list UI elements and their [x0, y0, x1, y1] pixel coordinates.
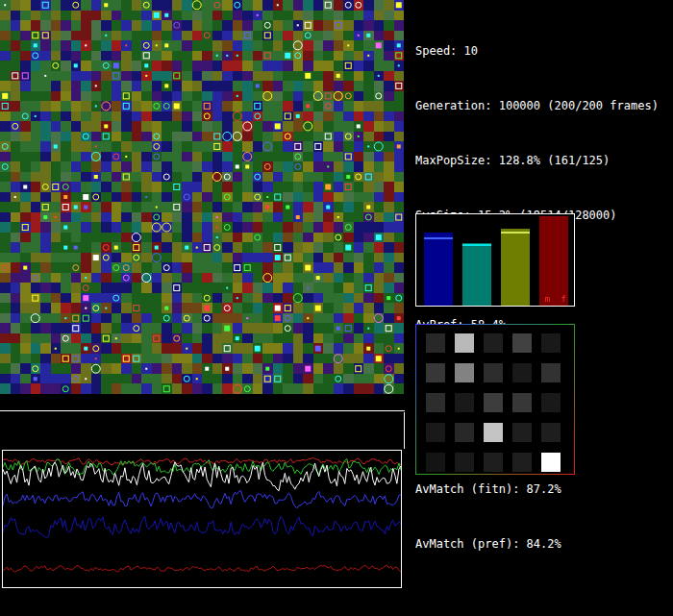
- stat-avmatch-pref: AvMatch (pref): 84.2%: [415, 535, 659, 554]
- simulation-app: Speed: 10 Generation: 100000 (200/200 fr…: [0, 0, 673, 616]
- stat-generation: Generation: 100000 (200/200 frames): [415, 97, 659, 115]
- bar-chart: m f: [415, 213, 575, 307]
- stat-speed: Speed: 10: [415, 42, 659, 61]
- vertical-separator: [404, 412, 405, 449]
- history-canvas: [3, 451, 401, 587]
- stat-avmatch-fitn: AvMatch (fitn): 87.2%: [415, 480, 659, 499]
- history-chart: [2, 450, 402, 588]
- stat-maxpopsize: MaxPopSize: 128.8% (161/125): [415, 152, 659, 170]
- bar-chart-mf-label: m f: [545, 294, 569, 304]
- world-grid-canvas[interactable]: [0, 0, 404, 394]
- heatmap-chart: [415, 324, 575, 475]
- heatmap-canvas: [416, 325, 574, 474]
- bar-chart-canvas: [416, 214, 574, 306]
- horizontal-separator: [0, 410, 405, 411]
